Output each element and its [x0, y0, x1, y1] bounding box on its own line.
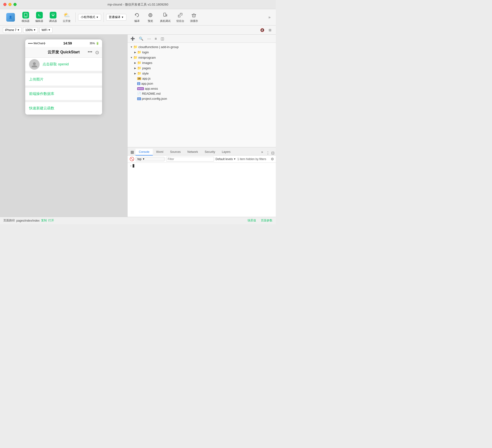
cloud-label: 云开发: [63, 19, 71, 23]
list-view-icon[interactable]: ≡: [154, 36, 158, 41]
battery-icon: 🔋: [96, 42, 99, 45]
zoom-selector[interactable]: 100% ▼: [23, 27, 38, 33]
search-file-icon[interactable]: 🔍: [138, 36, 144, 41]
tree-item-readme[interactable]: 📄 README.md: [128, 91, 276, 96]
phone-nav-title: 云开发 QuickStart: [48, 50, 80, 55]
upload-text: 上传图片: [29, 77, 43, 82]
compile-btn-label: 编译: [134, 19, 140, 23]
tab-network[interactable]: Network: [184, 149, 201, 156]
main-toolbar: 👤 模拟器 编辑器 调试器: [0, 9, 276, 25]
arrow-pages: ▶: [133, 67, 137, 70]
debugger-button[interactable]: 调试器: [47, 10, 59, 24]
compile-button[interactable]: 编译: [131, 10, 143, 24]
svg-rect-0: [24, 13, 27, 17]
tab-layers[interactable]: Layers: [218, 149, 234, 156]
svg-point-13: [33, 62, 36, 65]
svg-rect-1: [25, 16, 26, 17]
arrow-miniprogram: ▼: [130, 56, 133, 59]
copy-button[interactable]: 复制: [41, 219, 47, 223]
clear-cache-button[interactable]: 清缓存: [188, 10, 200, 24]
scene-button[interactable]: 场景值: [247, 219, 256, 223]
level-selector[interactable]: Default levels ▼: [215, 157, 236, 161]
device-debug-button[interactable]: 真机调试: [158, 10, 173, 24]
phone-list-item-cloudfunc[interactable]: 快速新建云函数: [25, 102, 102, 115]
tree-item-style[interactable]: ▶ 📁 style: [128, 71, 276, 76]
maximize-button[interactable]: [13, 3, 17, 6]
folder-icon-login: 📁: [137, 50, 141, 54]
section-gap-2: [25, 86, 102, 88]
cloud-button[interactable]: ⛅ 云开发: [60, 10, 73, 24]
clear-btn-label: 清缓存: [190, 19, 198, 23]
editor-label: 编辑器: [35, 19, 43, 23]
more-options-icon[interactable]: ⋯: [146, 36, 152, 41]
cloudfunc-text: 快速新建云函数: [29, 106, 54, 111]
tree-item-app-wxss[interactable]: wxss app.wxss: [128, 86, 276, 91]
device-bar: iPhone 7 ▼ 100% ▼ WiFi ▼ 🔇 ⊞: [0, 25, 276, 35]
debugger-label: 调试器: [49, 19, 57, 23]
devtools-icon[interactable]: ▩: [129, 149, 135, 155]
avatar-button[interactable]: 👤: [4, 11, 18, 23]
tree-item-cloudfunctions[interactable]: ▼ 📁 cloudfunctions | add-in-group: [128, 44, 276, 50]
phone-list-item-openid[interactable]: 点击获取 openid: [25, 58, 102, 71]
console-filter-input[interactable]: [166, 157, 214, 162]
more-dots-icon[interactable]: •••: [88, 50, 92, 55]
console-body[interactable]: ›: [128, 163, 276, 217]
cloud-icon: ⛅: [63, 12, 70, 19]
fullscreen-icon[interactable]: ⊞: [267, 27, 273, 33]
simulator-button[interactable]: 模拟器: [19, 10, 32, 24]
tab-wxml[interactable]: Wxml: [153, 149, 167, 156]
console-settings-icon[interactable]: ⚙: [271, 157, 274, 161]
security-tab-label: Security: [205, 150, 215, 154]
signal-text: ••••• WeChat令: [28, 42, 46, 45]
console-menu-icon[interactable]: ⋮: [266, 151, 270, 155]
tabs-more-button[interactable]: »: [260, 148, 265, 155]
style-label: style: [142, 72, 149, 75]
wxss-badge: wxss: [137, 87, 144, 90]
network-chevron-icon: ▼: [48, 29, 51, 31]
phone-list-item-upload[interactable]: 上传图片: [25, 73, 102, 86]
device-btn-label: 真机调试: [160, 19, 171, 23]
minimize-button[interactable]: [8, 3, 11, 6]
device-selector[interactable]: iPhone 7 ▼: [3, 27, 22, 33]
switch-button[interactable]: 切后台: [174, 10, 187, 24]
network-selector[interactable]: WiFi ▼: [39, 27, 53, 33]
cloudfunctions-label: cloudfunctions | add-in-group: [138, 45, 178, 49]
new-file-icon[interactable]: ➕: [130, 36, 136, 41]
sound-icon[interactable]: 🔇: [259, 27, 266, 33]
titlebar: mp-clound - 微信开发者工具 v1.02.1809260: [0, 0, 276, 9]
simulator-icon: [22, 12, 29, 19]
tree-item-miniprogram[interactable]: ▼ 📁 miniprogram: [128, 55, 276, 60]
compile-dropdown[interactable]: 普通编译 ▼: [106, 14, 126, 21]
phone-status-bar: ••••• WeChat令 14:59 35% 🔋: [25, 39, 102, 47]
tree-item-images[interactable]: ▶ 📁 images: [128, 60, 276, 65]
mode-dropdown[interactable]: 小程序模式 ▼: [78, 14, 101, 21]
params-button[interactable]: 页面参数: [261, 219, 272, 223]
clear-console-icon[interactable]: 🚫: [130, 157, 134, 161]
tab-console[interactable]: Console: [135, 149, 153, 156]
preview-btn-label: 预览: [148, 19, 153, 23]
tree-item-app-json[interactable]: {} app.json: [128, 81, 276, 86]
tree-item-app-js[interactable]: JS app.js: [128, 76, 276, 81]
console-dock-icon[interactable]: ⊡: [271, 151, 274, 155]
tree-item-login[interactable]: ▶ 📁 login: [128, 50, 276, 55]
record-icon[interactable]: ⊙: [95, 50, 99, 55]
tree-item-project-config[interactable]: {·} project.config.json: [128, 96, 276, 101]
preview-icon: [147, 12, 154, 19]
tree-item-pages[interactable]: ▶ 📁 pages: [128, 65, 276, 71]
toolbar-more-btn[interactable]: »: [267, 15, 272, 20]
tab-security[interactable]: Security: [201, 149, 218, 156]
open-button[interactable]: 打开: [48, 219, 54, 223]
phone-list-item-database[interactable]: 前端操作数据库: [25, 88, 102, 100]
split-view-icon[interactable]: ◫: [160, 36, 165, 41]
preview-button[interactable]: 预览: [144, 10, 157, 24]
clear-cache-icon: [191, 12, 197, 19]
js-badge: JS: [137, 77, 141, 80]
editor-button[interactable]: 编辑器: [33, 10, 46, 24]
context-selector[interactable]: top ▼: [136, 157, 164, 161]
app-js-label: app.js: [142, 77, 151, 80]
phone-signal: ••••• WeChat令: [28, 42, 46, 45]
svg-point-5: [149, 13, 152, 17]
tab-sources[interactable]: Sources: [167, 149, 184, 156]
file-tree: ▼ 📁 cloudfunctions | add-in-group ▶ 📁 lo…: [128, 43, 276, 147]
close-button[interactable]: [3, 3, 7, 6]
